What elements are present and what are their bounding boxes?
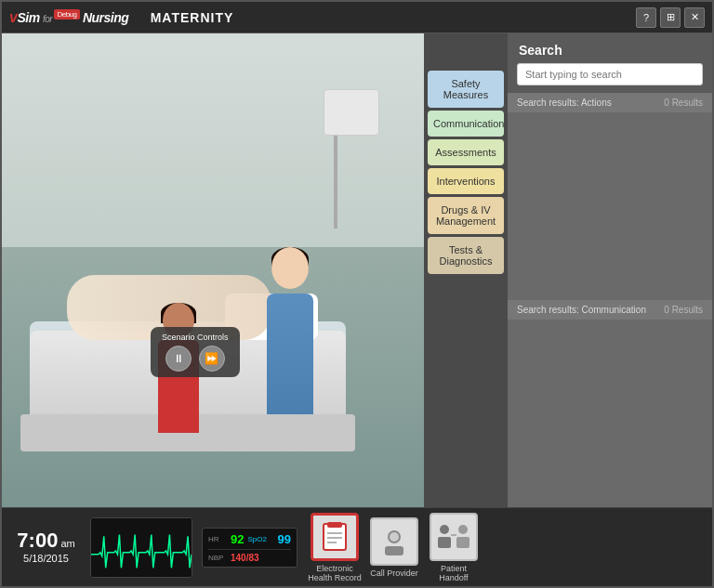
equipment-pole	[334, 136, 337, 229]
main-window: vSim for Debug Nursing MATERNITY ? ⊞ ✕	[0, 0, 714, 588]
search-results-communication-count: 0 Results	[664, 305, 703, 315]
action-buttons: Electronic Health Record Call Provider	[307, 513, 482, 582]
category-interventions[interactable]: Interventions	[428, 168, 504, 194]
room-wall	[2, 33, 424, 247]
svg-rect-2	[327, 522, 342, 528]
patient-handoff-svg-icon	[433, 520, 474, 554]
ehr-svg-icon	[320, 520, 350, 554]
svg-rect-1	[324, 524, 346, 550]
search-results-communication-content	[508, 320, 712, 507]
svg-rect-12	[456, 537, 469, 548]
call-provider-button[interactable]: Call Provider	[370, 517, 418, 578]
logo-for: for	[43, 14, 54, 24]
search-results-communication-label: Search results: Communication	[517, 305, 646, 315]
search-results-actions-section: Search results: Actions 0 Results	[508, 93, 712, 300]
category-safety-measures[interactable]: Safety Measures	[428, 71, 504, 108]
logo-nursing: Nursing	[83, 10, 128, 25]
call-provider-label: Call Provider	[370, 568, 418, 578]
spo2-label: SpO2	[247, 535, 273, 543]
category-communication[interactable]: Communication	[428, 111, 504, 137]
clock-date: 5/18/2015	[23, 553, 69, 564]
simulation-panel: Scenario Controls ⏸ ⏩	[2, 33, 424, 507]
vital-nbp-row: NBP 140/83	[208, 553, 291, 563]
category-assessments[interactable]: Assessments	[428, 139, 504, 165]
equipment-box	[324, 89, 379, 136]
logo-debug: Debug	[54, 9, 79, 20]
patient-handoff-label: Patient Handoff	[426, 564, 482, 582]
room-scene: Scenario Controls ⏸ ⏩	[2, 33, 424, 507]
close-button[interactable]: ✕	[684, 7, 705, 28]
scenario-controls-label: Scenario Controls	[162, 333, 229, 342]
right-panel-inner: Safety Measures Communication Assessment…	[424, 33, 712, 507]
search-results-communication-section: Search results: Communication 0 Results	[508, 300, 712, 507]
clock-display: 7:00 am 5/18/2015	[11, 530, 81, 564]
hr-value: 92	[231, 532, 244, 546]
title-bar: vSim for Debug Nursing MATERNITY ? ⊞ ✕	[2, 2, 712, 33]
search-results-actions-label: Search results: Actions	[517, 98, 612, 108]
vital-hr-row: HR 92 SpO2 99	[208, 532, 291, 546]
search-results-actions-count: 0 Results	[664, 98, 703, 108]
svg-rect-0	[91, 518, 192, 577]
ehr-label: Electronic Health Record	[307, 564, 363, 582]
search-results-container: Search results: Actions 0 Results Search…	[508, 93, 712, 507]
ehr-button[interactable]: Electronic Health Record	[307, 513, 363, 582]
staff-figure-doctor	[253, 247, 327, 414]
right-panel: Safety Measures Communication Assessment…	[424, 33, 712, 507]
patient-handoff-icon	[430, 513, 478, 561]
svg-point-9	[440, 525, 449, 534]
category-buttons: Safety Measures Communication Assessment…	[424, 33, 508, 507]
nbp-label: NBP	[208, 554, 227, 562]
right-main-row: Safety Measures Communication Assessment…	[424, 33, 712, 507]
logo-maternity: MATERNITY	[151, 10, 234, 25]
category-tests-diagnostics[interactable]: Tests & Diagnostics	[428, 237, 504, 274]
nbp-value: 140/83	[231, 553, 259, 563]
category-drugs-iv[interactable]: Drugs & IV Management	[428, 197, 504, 234]
ecg-wave	[91, 518, 192, 577]
scenario-controls-panel: Scenario Controls ⏸ ⏩	[151, 327, 240, 377]
spo2-value: 99	[277, 532, 290, 546]
svg-rect-10	[438, 537, 451, 548]
search-panel: Search Search results: Actions 0 Results	[508, 33, 712, 507]
svg-point-8	[390, 532, 399, 542]
help-button[interactable]: ?	[636, 7, 656, 28]
grid-button[interactable]: ⊞	[660, 7, 681, 28]
fast-forward-button[interactable]: ⏩	[199, 346, 225, 372]
staff-head-doctor	[271, 247, 309, 289]
clock-time: 7:00	[17, 530, 58, 551]
logo-sim: Sim	[17, 10, 39, 25]
hr-label: HR	[208, 535, 227, 543]
search-results-actions-content	[508, 112, 712, 300]
svg-rect-7	[385, 546, 403, 555]
bottom-bar: 7:00 am 5/18/2015 HR 92 SpO2 99 NBP	[2, 507, 712, 586]
patient-handoff-button[interactable]: Patient Handoff	[426, 513, 482, 582]
pause-button[interactable]: ⏸	[165, 346, 192, 372]
search-title: Search	[508, 33, 712, 63]
hr-monitor	[90, 517, 192, 578]
clock-ampm: am	[60, 538, 74, 549]
scenario-controls-buttons: ⏸ ⏩	[165, 346, 225, 372]
search-input-wrap	[508, 63, 712, 93]
equipment-stand	[322, 89, 350, 229]
search-input[interactable]	[517, 63, 703, 85]
vitals-display: HR 92 SpO2 99 NBP 140/83	[202, 528, 298, 568]
svg-point-11	[458, 525, 468, 534]
vitals-separator	[208, 549, 291, 550]
search-results-communication-header: Search results: Communication 0 Results	[508, 300, 712, 320]
staff-body-doctor	[267, 294, 313, 414]
ehr-icon	[311, 513, 359, 561]
window-controls: ? ⊞ ✕	[636, 7, 705, 28]
call-provider-icon	[370, 517, 418, 566]
app-logo: vSim for Debug Nursing MATERNITY	[9, 9, 233, 26]
content-area: Scenario Controls ⏸ ⏩ Safety Measures Co…	[2, 33, 712, 507]
search-results-actions-header: Search results: Actions 0 Results	[508, 93, 712, 112]
call-provider-svg-icon	[378, 526, 410, 557]
